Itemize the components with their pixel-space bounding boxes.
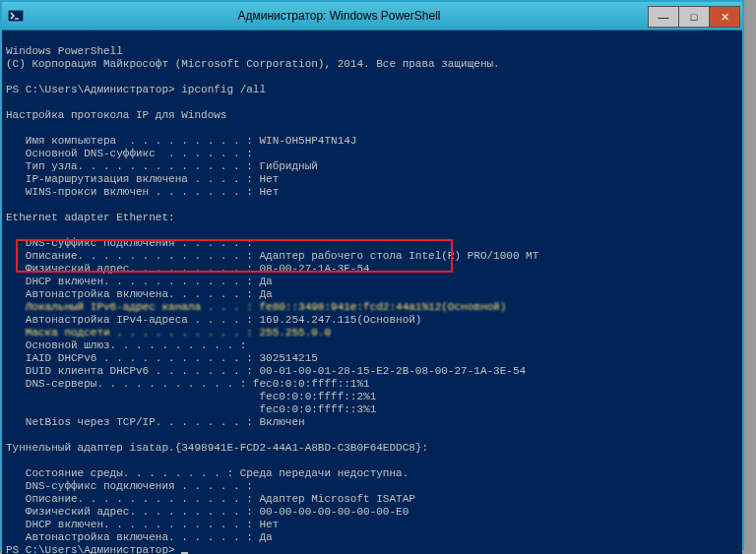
titlebar[interactable]: Администратор: Windows PowerShell — □ ✕ bbox=[2, 2, 742, 31]
output-line: fec0:0:0:ffff::3%1 bbox=[6, 403, 376, 415]
output-line-ipv6: Локальный IPv6-адрес канала . . . : fe80… bbox=[6, 301, 506, 313]
window-title: Администратор: Windows PowerShell bbox=[30, 9, 649, 23]
output-line: DUID клиента DHCPv6 . . . . . . . : 00-0… bbox=[6, 365, 526, 377]
output-line: Тип узла. . . . . . . . . . . . . : Гибр… bbox=[6, 160, 318, 172]
output-line: Основной DNS-суффикс . . . . . . : bbox=[6, 148, 253, 159]
output-line: IAID DHCPv6 . . . . . . . . . . . : 3025… bbox=[6, 352, 318, 364]
output-line: fec0:0:0:ffff::2%1 bbox=[6, 391, 376, 402]
close-button[interactable]: ✕ bbox=[709, 6, 740, 28]
output-line: Туннельный адаптер isatap.{3498941E-FCD2… bbox=[6, 442, 428, 454]
output-line: Физический адрес. . . . . . . . . : 00-0… bbox=[6, 506, 409, 518]
powershell-window: Администратор: Windows PowerShell — □ ✕ … bbox=[0, 0, 744, 551]
output-line: DNS-серверы. . . . . . . . . . . : fec0:… bbox=[6, 378, 370, 390]
terminal-output[interactable]: Windows PowerShell (C) Корпорация Майкро… bbox=[2, 31, 742, 554]
output-line: WINS-прокси включен . . . . . . . : Нет bbox=[6, 186, 279, 198]
maximize-button[interactable]: □ bbox=[678, 6, 710, 28]
prompt-line: PS C:\Users\Администратор> bbox=[6, 544, 181, 554]
output-line: Состояние среды. . . . . . . . : Среда п… bbox=[6, 467, 409, 479]
output-line: Описание. . . . . . . . . . . . . : Адап… bbox=[6, 493, 415, 505]
output-line: Описание. . . . . . . . . . . . . : Адап… bbox=[6, 250, 538, 262]
output-line: DNS-суффикс подключения . . . . . : bbox=[6, 480, 253, 492]
output-line: Ethernet adapter Ethernet: bbox=[6, 212, 175, 223]
svg-rect-0 bbox=[8, 10, 24, 22]
minimize-button[interactable]: — bbox=[648, 6, 679, 28]
output-line: DHCP включен. . . . . . . . . . . : Да bbox=[6, 276, 273, 287]
output-line: NetBios через TCP/IP. . . . . . . : Вклю… bbox=[6, 416, 305, 428]
output-line: Настройка протокола IP для Windows bbox=[6, 109, 226, 121]
window-buttons: — □ ✕ bbox=[649, 6, 740, 26]
output-line: Windows PowerShell bbox=[6, 45, 123, 57]
output-line: Автонастройка включена. . . . . . : Да bbox=[6, 531, 273, 543]
output-line-mask: Маска подсети . . . . . . . . . . : 255.… bbox=[6, 327, 331, 339]
output-line-ipv4-highlight: Автонастройка IPv4-адреса . . . . : 169.… bbox=[6, 314, 421, 326]
output-line: Имя компьютера . . . . . . . . . : WIN-O… bbox=[6, 135, 356, 147]
output-line: DNS-суффикс подключения . . . . . : bbox=[6, 237, 253, 249]
prompt-line: PS C:\Users\Администратор> ipconfig /all bbox=[6, 84, 266, 95]
output-line: DHCP включен. . . . . . . . . . . : Нет bbox=[6, 519, 279, 530]
powershell-icon[interactable] bbox=[8, 8, 24, 24]
output-line: IP-маршрутизация включена . . . . : Нет bbox=[6, 173, 279, 185]
output-line: Основной шлюз. . . . . . . . . . : bbox=[6, 339, 246, 351]
output-line: Физический адрес. . . . . . . . . : 08-0… bbox=[6, 263, 370, 275]
output-line: Автонастройка включена. . . . . . : Да bbox=[6, 288, 273, 300]
output-line: (C) Корпорация Майкрософт (Microsoft Cor… bbox=[6, 58, 500, 70]
